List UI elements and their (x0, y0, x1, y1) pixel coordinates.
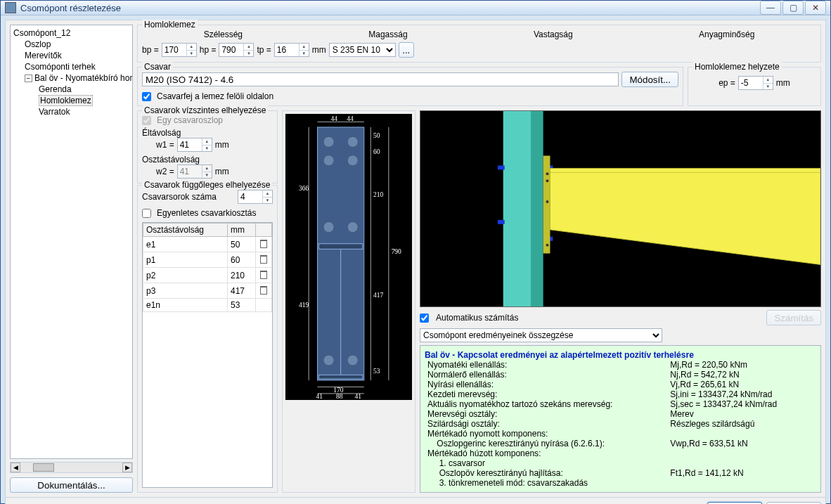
delete-icon[interactable] (259, 254, 269, 264)
uniform-spacing-checkbox[interactable] (142, 209, 151, 218)
table-row[interactable]: p2210 (143, 268, 272, 283)
single-column-label: Egy csavaroszlop (157, 115, 223, 125)
svg-rect-4 (318, 375, 363, 379)
client-area: Csomópont_12 Oszlop Merevítők Csomóponti… (5, 20, 826, 504)
label-thickness: Vastagság (534, 30, 573, 39)
svg-rect-40 (543, 156, 550, 254)
label-grade: Anyagminőség (699, 30, 754, 39)
window-title: Csomópont részletezése (20, 3, 121, 13)
auto-calc-checkbox[interactable] (420, 314, 429, 323)
spacing-label: Osztástávolság (142, 155, 273, 164)
delete-icon[interactable] (259, 238, 269, 248)
tree-root[interactable]: Csomópont_12 (11, 27, 132, 39)
bolt-layout-pane: Csavarok vízszintes elhelyezése Egy csav… (137, 110, 278, 493)
svg-text:210: 210 (373, 191, 383, 198)
3d-viewport[interactable] (420, 110, 821, 307)
documentation-button[interactable]: Dokumentálás... (10, 477, 133, 493)
tp-input[interactable]: ▲▼ (274, 43, 309, 57)
results-view-select[interactable]: Csomópont eredményeinek összegzése (420, 328, 662, 342)
results-panel: Bal öv - Kapcsolat eredményei az alapért… (420, 345, 821, 493)
svg-text:44: 44 (347, 115, 354, 122)
bolt-group: Csavar Módosít... Csavarfej a lemez felö… (137, 67, 683, 106)
calculate-button: Számítás (766, 310, 821, 325)
treeview[interactable]: Csomópont_12 Oszlop Merevítők Csomóponti… (10, 25, 133, 459)
table-row[interactable]: p160 (143, 252, 272, 268)
svg-text:41: 41 (316, 393, 323, 400)
footer: Bezár Rendben (6, 497, 825, 504)
svg-point-12 (347, 355, 358, 366)
tree-branch[interactable]: −Bal öv - Nyomatékbíró homlo (11, 72, 132, 84)
svg-point-6 (347, 136, 358, 147)
endplate-diagram: 44 44 50 60 366 210 419 790 417 53 (285, 114, 412, 400)
svg-text:790: 790 (392, 248, 401, 255)
tree-horizontal-scrollbar[interactable]: ◀ ▶ (10, 462, 133, 473)
table-row[interactable]: e150 (143, 237, 272, 252)
svg-point-44 (546, 179, 549, 182)
hp-input[interactable]: ▲▼ (219, 43, 254, 57)
tree-item[interactable]: Merevítők (11, 50, 132, 61)
svg-text:170: 170 (333, 387, 343, 394)
bolt-head-side-checkbox[interactable] (142, 92, 151, 101)
svg-rect-36 (498, 165, 505, 169)
label-width: Szélesség (204, 30, 243, 39)
window: Csomópont részletezése — ▢ ✕ Csomópont_1… (0, 0, 831, 504)
delete-icon[interactable] (259, 285, 269, 295)
unit-mm: mm (312, 45, 326, 55)
spacing-grid[interactable]: Osztástávolságmm e150p160p2210p3417e1n53 (142, 222, 273, 488)
unit-mm: mm (215, 167, 229, 176)
tree-item[interactable]: Csomóponti terhek (11, 61, 132, 72)
label-w2: w2 = (156, 167, 174, 176)
table-row[interactable]: e1n53 (143, 299, 272, 312)
svg-point-8 (347, 155, 358, 166)
diagram-pane: 44 44 50 60 366 210 419 790 417 53 (282, 110, 416, 493)
tree-item[interactable]: Oszlop (11, 39, 132, 50)
collapse-icon[interactable]: − (25, 75, 32, 82)
svg-point-9 (323, 221, 334, 232)
results-heading: Bal öv - Kapcsolat eredményei az alapért… (425, 350, 816, 360)
endplate-group: Homloklemez Szélesség Magasság Vastagság… (137, 25, 821, 63)
bolt-spec-field (142, 72, 619, 86)
minimize-button[interactable]: — (760, 1, 781, 15)
titlebar: Csomópont részletezése — ▢ ✕ (1, 1, 830, 15)
col-name: Osztástávolság (143, 224, 228, 237)
label-ep: ep = (719, 78, 735, 88)
tree-item-selected[interactable]: Homloklemez (11, 95, 132, 106)
table-row[interactable]: p3417 (143, 283, 272, 299)
maximize-button[interactable]: ▢ (782, 1, 804, 15)
label-hp: hp = (200, 45, 217, 55)
grade-more-button[interactable]: ... (399, 42, 414, 58)
label-w1: w1 = (156, 140, 174, 150)
tree-item[interactable]: Varratok (11, 106, 132, 117)
grade-select[interactable]: S 235 EN 10 (329, 43, 396, 57)
single-column-checkbox (142, 116, 151, 125)
rows-count-input[interactable]: ▲▼ (238, 190, 273, 204)
vert-legend: Csavarok függőleges elhelyezése (142, 180, 272, 190)
svg-text:419: 419 (299, 302, 309, 309)
svg-rect-35 (531, 111, 543, 306)
tree-item[interactable]: Gerenda (11, 84, 132, 95)
svg-rect-37 (498, 220, 505, 224)
label-height: Magasság (368, 30, 407, 39)
ep-pos-legend: Homloklemez helyzete (692, 62, 782, 72)
svg-rect-2 (318, 244, 363, 250)
bp-input[interactable]: ▲▼ (162, 43, 197, 57)
close-button[interactable]: ✕ (805, 1, 826, 15)
bolt-modify-button[interactable]: Módosít... (621, 72, 678, 87)
vertical-bolts-group: Csavarok függőleges elhelyezése Csavarso… (137, 185, 278, 493)
scroll-thumb[interactable] (33, 463, 54, 472)
scroll-right-icon[interactable]: ▶ (122, 463, 132, 472)
scroll-left-icon[interactable]: ◀ (11, 463, 20, 472)
unit-mm: mm (215, 140, 229, 150)
svg-point-11 (323, 355, 334, 366)
svg-point-10 (347, 221, 358, 232)
edge-distance-label: Éltávolság (142, 128, 273, 138)
col-mm: mm (228, 224, 256, 237)
horiz-legend: Csavarok vízszintes elhelyezése (142, 105, 268, 115)
svg-text:41: 41 (355, 393, 362, 400)
right-pane: Automatikus számítás Számítás Csomópont … (420, 110, 821, 493)
endplate-legend: Homloklemez (142, 20, 198, 30)
delete-icon[interactable] (259, 269, 269, 279)
ep-input[interactable]: ▲▼ (738, 76, 773, 90)
w2-input: ▲▼ (177, 164, 212, 179)
w1-input[interactable]: ▲▼ (177, 138, 212, 152)
